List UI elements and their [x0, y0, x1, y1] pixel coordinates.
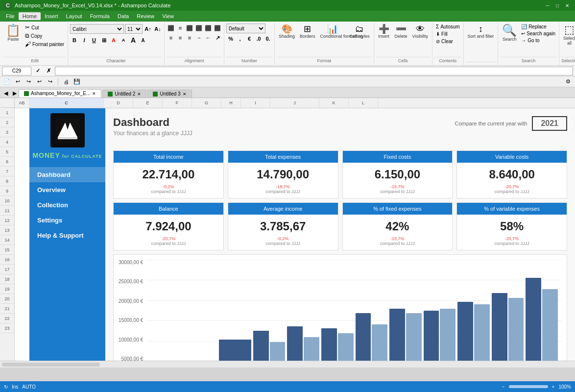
increase-decimal-button[interactable]: .0	[254, 34, 263, 43]
tab-sheet-1-close[interactable]: ✕	[92, 91, 96, 96]
large-a-button[interactable]: A	[129, 36, 138, 45]
formula-input[interactable]	[55, 67, 573, 75]
kpi-variable-costs-value: 8.640,00	[459, 168, 565, 181]
sort-filter-button[interactable]: ↕ Sort and filter	[466, 24, 496, 40]
decrease-decimal-button[interactable]: 0.	[264, 34, 272, 43]
conditional-formatting-button[interactable]: 📊 Conditional formatting	[318, 24, 347, 40]
currency-button[interactable]: €	[245, 34, 254, 43]
replace-button[interactable]: 🔄 Replace	[520, 24, 557, 30]
zoom-minus-icon[interactable]: −	[502, 384, 505, 390]
align-top-right-button[interactable]: ⬛	[185, 24, 194, 32]
menu-view[interactable]: View	[158, 12, 178, 20]
undo-button[interactable]: ↩	[13, 77, 23, 86]
save-button[interactable]: 💾	[72, 77, 82, 86]
goto-button[interactable]: → Go to	[520, 37, 557, 44]
redo2-button[interactable]: ↪	[45, 77, 55, 86]
next-tab-button[interactable]: ▶	[11, 89, 19, 98]
menu-file[interactable]: File	[2, 12, 19, 20]
redo-button[interactable]: ↪	[24, 77, 33, 86]
align-center-button[interactable]: ≡	[176, 33, 185, 42]
number-format-select[interactable]: Default	[226, 24, 265, 33]
merge-down-button[interactable]: ⬛	[213, 24, 222, 32]
bold-button[interactable]: B	[70, 36, 79, 45]
cell-reference-input[interactable]	[2, 67, 31, 75]
search-again-button[interactable]: ↩ Search again	[520, 30, 557, 37]
paste-button[interactable]: 📋 Paste	[4, 24, 23, 43]
tab-sheet-2-close[interactable]: ✕	[137, 92, 141, 97]
menu-layout[interactable]: Layout	[62, 12, 86, 20]
font-color-button[interactable]: A	[109, 36, 118, 45]
print-preview-button[interactable]: 🖨	[61, 77, 71, 86]
font-size-select[interactable]: 11	[125, 24, 143, 34]
menu-data[interactable]: Data	[114, 12, 133, 20]
search-button[interactable]: 🔍 Search	[500, 24, 519, 43]
decrease-font-button[interactable]: A↓	[153, 24, 162, 33]
tab-sheet-3[interactable]: Untitled 3 ✕	[147, 90, 192, 98]
border-button[interactable]: ⊞	[99, 36, 108, 45]
prev-tab-button[interactable]: ◀	[2, 89, 10, 98]
outdent-button[interactable]: ←	[204, 33, 213, 42]
horizontal-scrollbar[interactable]	[2, 363, 100, 367]
shading-button[interactable]: 🎨 Shading	[277, 24, 297, 40]
sidebar-item-collection[interactable]: Collection	[29, 197, 105, 213]
indent-button[interactable]: →	[194, 33, 203, 42]
close-button[interactable]: ✕	[563, 1, 571, 9]
clear-icon: ⊘	[436, 39, 440, 44]
rotate-button[interactable]: ↗	[213, 33, 222, 42]
align-top-left-button[interactable]: ⬛	[167, 24, 175, 32]
kpi-total-expenses-compare: compared to JJJJ	[230, 189, 336, 194]
copy-button[interactable]: ⧉ Copy	[24, 32, 66, 40]
y-label-30000: 30000,00 €	[119, 260, 143, 265]
wrap-text-button[interactable]: ⬛	[194, 24, 203, 32]
maximize-button[interactable]: □	[553, 1, 561, 9]
increase-font-button[interactable]: A↑	[144, 24, 152, 33]
copy-icon: ⧉	[25, 32, 29, 39]
fill-button[interactable]: ⬇ Fill	[434, 31, 449, 37]
new-button[interactable]: 📄	[2, 77, 12, 86]
tab-sheet-1[interactable]: Ashampoo_Money_for_E... ✕	[19, 89, 101, 98]
sidebar-item-help[interactable]: Help & Support	[29, 228, 105, 243]
visibility-button[interactable]: 👁 Visibility	[410, 24, 430, 40]
sidebar-item-overview[interactable]: Overview	[29, 182, 105, 197]
clear-button[interactable]: ⊘ Clear	[434, 38, 455, 45]
minimize-button[interactable]: ─	[544, 1, 551, 9]
highlight-button[interactable]: A	[119, 36, 128, 45]
font-family-select[interactable]: Calibri	[70, 24, 124, 34]
cut-icon: ✂	[25, 24, 30, 31]
menu-formula[interactable]: Formula	[86, 12, 114, 20]
toolbar-settings-button[interactable]: ⚙	[563, 77, 573, 86]
tab-sheet-3-close[interactable]: ✕	[183, 92, 187, 97]
delete-button[interactable]: ➖ Delete	[393, 24, 409, 40]
clipboard-group-label: Edit	[4, 57, 66, 64]
italic-button[interactable]: I	[80, 36, 89, 45]
cut-button[interactable]: ✂ Cut	[24, 24, 66, 31]
align-left-button[interactable]: ≡	[167, 33, 175, 42]
zoom-slider[interactable]	[509, 385, 548, 388]
menu-home[interactable]: Home	[19, 12, 41, 20]
menu-insert[interactable]: Insert	[41, 12, 62, 20]
tab-sheet-1-label: Ashampoo_Money_for_E...	[31, 91, 90, 96]
align-right-button[interactable]: ≡	[185, 33, 194, 42]
small-a-button[interactable]: A	[139, 36, 147, 45]
insert-button[interactable]: ➕ Insert	[376, 24, 392, 40]
compare-area: Compare the current year with 2021	[455, 116, 567, 131]
menu-review[interactable]: Review	[133, 12, 158, 20]
year-box[interactable]: 2021	[532, 116, 567, 131]
thousands-button[interactable]: ,	[236, 34, 244, 43]
borders-button[interactable]: ⊞ Borders	[298, 24, 317, 40]
zoom-plus-icon[interactable]: +	[552, 384, 555, 390]
format-painter-button[interactable]: 🖌 Format painter	[24, 40, 66, 48]
sidebar-item-dashboard[interactable]: Dashboard	[29, 167, 105, 182]
merge-button[interactable]: ⬛	[204, 24, 213, 32]
undo2-button[interactable]: ↩	[34, 77, 44, 86]
percent-button[interactable]: %	[226, 34, 235, 43]
autosum-button[interactable]: Σ Autosum	[434, 24, 461, 30]
select-all-button[interactable]: ⬚ Selectall	[561, 24, 575, 47]
cell-styles-button[interactable]: 🗂 Cell styles	[348, 24, 372, 40]
tab-sheet-2[interactable]: Untitled 2 ✕	[102, 90, 146, 98]
align-top-center-button[interactable]: ≡	[176, 24, 185, 32]
sidebar-item-settings[interactable]: Settings	[29, 213, 105, 228]
accept-button[interactable]: ✓	[33, 67, 42, 75]
cancel-formula-button[interactable]: ✗	[44, 67, 53, 75]
underline-button[interactable]: U	[90, 36, 98, 45]
